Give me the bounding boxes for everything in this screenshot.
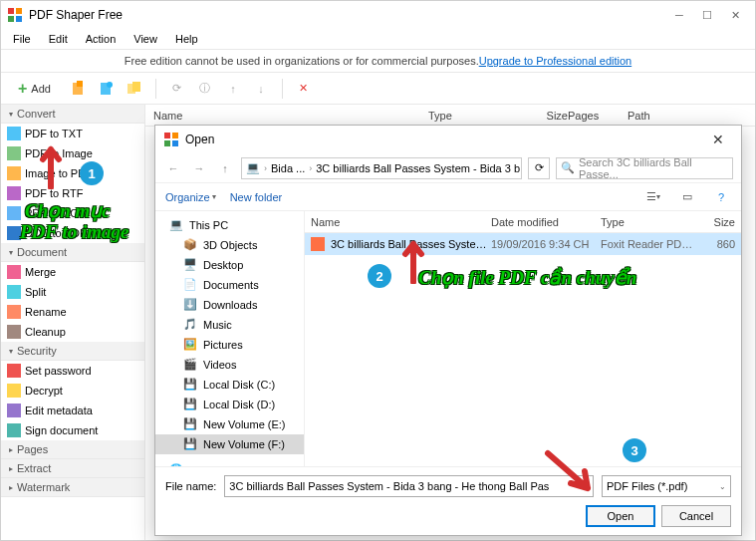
menu-view[interactable]: View <box>126 31 165 47</box>
nav-back-icon[interactable]: ← <box>163 158 183 178</box>
tree-item[interactable]: 💾Local Disk (C:) <box>155 375 304 395</box>
col-name[interactable]: Name <box>153 110 428 122</box>
group-watermark[interactable]: ▸Watermark <box>1 478 144 497</box>
col-size[interactable]: Size <box>518 110 568 122</box>
sidebar-item-rename[interactable]: Rename <box>1 302 144 322</box>
menu-action[interactable]: Action <box>78 31 125 47</box>
tree-item[interactable]: 💾New Volume (E:) <box>155 414 304 434</box>
infobar: Free edition cannot be used in organizat… <box>1 49 755 73</box>
tree-item-selected[interactable]: 💾New Volume (F:) <box>155 434 304 454</box>
help-icon[interactable]: ? <box>711 187 731 207</box>
filename-input[interactable] <box>224 475 594 497</box>
tb-refresh-icon[interactable]: ⟳ <box>166 78 188 100</box>
svg-rect-3 <box>16 16 22 22</box>
menu-file[interactable]: File <box>5 31 39 47</box>
refresh-button[interactable]: ⟳ <box>528 157 550 179</box>
sidebar-item-pdf-to-txt[interactable]: PDF to TXT <box>1 124 144 143</box>
preview-pane-icon[interactable]: ▭ <box>677 187 697 207</box>
col-pages[interactable]: Pages <box>568 110 628 122</box>
new-folder-button[interactable]: New folder <box>230 191 283 203</box>
tree-item[interactable]: 🖥️Desktop <box>155 255 304 275</box>
tree-item[interactable]: ⬇️Downloads <box>155 295 304 315</box>
col-type[interactable]: Type <box>428 110 518 122</box>
group-pages[interactable]: ▸Pages <box>1 440 144 459</box>
breadcrumb[interactable]: 💻 › Bida ... › 3C billiards Ball Passes … <box>241 157 522 179</box>
group-extract[interactable]: ▸Extract <box>1 459 144 478</box>
sidebar-item-pdf-to-image[interactable]: PDF to Image <box>1 143 144 163</box>
nav-forward-icon[interactable]: → <box>189 158 209 178</box>
add-button[interactable]: + Add <box>7 77 62 101</box>
svg-rect-23 <box>7 423 21 437</box>
sidebar-item-image-to-pdf[interactable]: Image to PDF <box>1 163 144 183</box>
sidebar-item-decrypt[interactable]: Decrypt <box>1 381 144 401</box>
menu-help[interactable]: Help <box>167 31 206 47</box>
close-button[interactable]: ✕ <box>721 5 749 25</box>
dialog-icon <box>163 132 179 147</box>
app-icon <box>7 7 23 23</box>
sidebar-item-merge[interactable]: Merge <box>1 262 144 282</box>
svg-rect-10 <box>7 127 21 140</box>
col-type[interactable]: Type <box>601 216 695 228</box>
svg-rect-24 <box>164 133 170 138</box>
svg-rect-22 <box>7 404 21 417</box>
group-security[interactable]: ▾Security <box>1 342 144 361</box>
dialog-title: Open <box>185 133 703 146</box>
svg-rect-28 <box>311 237 325 251</box>
sidebar-item-sign-document[interactable]: Sign document <box>1 420 144 440</box>
tb-icon-1[interactable] <box>68 78 90 100</box>
upgrade-link[interactable]: Upgrade to Professional edition <box>479 55 631 67</box>
sidebar-item-split[interactable]: Split <box>1 282 144 302</box>
tree-item[interactable]: 📦3D Objects <box>155 235 304 255</box>
file-row-selected[interactable]: 3C billiards Ball Passes System - Bida 3… <box>305 233 741 255</box>
tree-item[interactable]: 🎵Music <box>155 315 304 335</box>
sidebar: ▾Convert PDF to TXT PDF to Image Image t… <box>1 105 145 540</box>
tree-item[interactable]: 🖼️Pictures <box>155 335 304 355</box>
tree-this-pc[interactable]: 💻This PC <box>155 215 304 235</box>
svg-rect-14 <box>7 206 21 220</box>
search-icon: 🔍 <box>561 161 575 174</box>
sidebar-item-set-password[interactable]: Set password <box>1 361 144 381</box>
svg-rect-26 <box>164 140 170 146</box>
sidebar-item-cleanup[interactable]: Cleanup <box>1 322 144 342</box>
nav-up-icon[interactable]: ↑ <box>215 158 235 178</box>
file-list-header: Name Date modified Type Size <box>305 211 741 233</box>
view-mode-icon[interactable]: ☰ ▾ <box>643 187 663 207</box>
dialog-titlebar: Open ✕ <box>155 126 741 153</box>
dialog-close-button[interactable]: ✕ <box>703 130 733 149</box>
col-path[interactable]: Path <box>628 110 747 122</box>
svg-rect-16 <box>7 265 21 279</box>
titlebar: PDF Shaper Free ─ ☐ ✕ <box>1 1 755 29</box>
tb-icon-2[interactable] <box>96 78 118 100</box>
svg-rect-18 <box>7 305 21 319</box>
tb-info-icon[interactable]: ⓘ <box>194 78 216 100</box>
group-document[interactable]: ▾Document <box>1 243 144 262</box>
tb-delete-icon[interactable]: ✕ <box>293 78 315 100</box>
organize-button[interactable]: Organize ▾ <box>165 191 216 203</box>
cancel-button[interactable]: Cancel <box>661 505 731 527</box>
plus-icon: + <box>18 80 27 98</box>
sidebar-item-doc-to-pdf[interactable]: DOC to PDF <box>1 223 144 243</box>
tb-down-icon[interactable]: ↓ <box>250 78 272 100</box>
search-input[interactable]: 🔍 Search 3C billiards Ball Passe... <box>556 157 733 179</box>
dialog-toolbar: Organize ▾ New folder ☰ ▾ ▭ ? <box>155 183 741 211</box>
tb-up-icon[interactable]: ↑ <box>222 78 244 100</box>
sidebar-item-pdf-to-rtf[interactable]: PDF to RTF <box>1 183 144 203</box>
menu-edit[interactable]: Edit <box>41 31 76 47</box>
col-size[interactable]: Size <box>695 216 735 228</box>
sidebar-item-edit-metadata[interactable]: Edit metadata <box>1 401 144 420</box>
tb-icon-3[interactable] <box>124 78 145 100</box>
col-date[interactable]: Date modified <box>491 216 601 228</box>
file-list: Name Date modified Type Size 3C billiard… <box>305 211 741 466</box>
tree-item[interactable]: 📄Documents <box>155 275 304 295</box>
tree-item[interactable]: 💾Local Disk (D:) <box>155 395 304 414</box>
open-button[interactable]: Open <box>586 505 655 527</box>
sidebar-item-pdf-to-doc[interactable]: PDF to DOC <box>1 203 144 223</box>
minimize-button[interactable]: ─ <box>665 5 693 25</box>
folder-tree[interactable]: 💻This PC 📦3D Objects 🖥️Desktop 📄Document… <box>155 211 305 466</box>
col-name[interactable]: Name <box>311 216 491 228</box>
file-filter-select[interactable]: PDF Files (*.pdf)⌄ <box>602 475 731 497</box>
list-header: Name Type Size Pages Path <box>145 105 755 127</box>
group-convert[interactable]: ▾Convert <box>1 105 144 124</box>
maximize-button[interactable]: ☐ <box>693 5 721 25</box>
tree-item[interactable]: 🎬Videos <box>155 355 304 375</box>
